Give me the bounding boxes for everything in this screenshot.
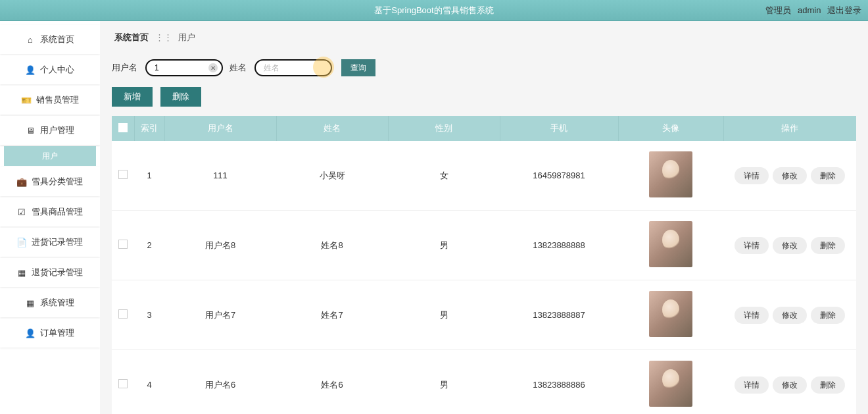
cell-username: 用户名7 bbox=[164, 280, 276, 350]
cell-phone: 13823888887 bbox=[500, 280, 618, 350]
user-name: admin bbox=[798, 5, 821, 15]
name-input[interactable] bbox=[254, 59, 332, 76]
col-name: 姓名 bbox=[276, 116, 388, 141]
row-checkbox[interactable] bbox=[118, 240, 128, 249]
name-input-wrap bbox=[254, 59, 332, 76]
avatar-image bbox=[649, 151, 692, 197]
delete-button[interactable]: 删除 bbox=[160, 87, 201, 107]
avatar-image bbox=[649, 361, 692, 407]
cell-index: 1 bbox=[134, 141, 164, 211]
table-header-row: 索引 用户名 姓名 性别 手机 头像 操作 bbox=[112, 116, 856, 141]
doc-icon: 📄 bbox=[17, 238, 26, 247]
user-table: 索引 用户名 姓名 性别 手机 头像 操作 1111小吴呀女1645987898… bbox=[112, 116, 856, 414]
edit-button[interactable]: 修改 bbox=[773, 307, 807, 324]
breadcrumb-current: 用户 bbox=[178, 32, 195, 42]
cell-name: 小吴呀 bbox=[276, 141, 388, 211]
sidebar-subitem[interactable]: 用户 bbox=[4, 146, 96, 166]
detail-button[interactable]: 详情 bbox=[735, 376, 769, 394]
username-filter-label: 用户名 bbox=[112, 62, 137, 74]
row-delete-button[interactable]: 删除 bbox=[811, 376, 845, 394]
sidebar-item-label: 系统首页 bbox=[40, 34, 74, 45]
row-checkbox[interactable] bbox=[118, 379, 128, 388]
add-button[interactable]: 新增 bbox=[112, 87, 153, 107]
filter-bar: 用户名 ✕ 姓名 查询 bbox=[112, 53, 856, 87]
row-delete-button[interactable]: 删除 bbox=[811, 167, 845, 184]
table-row: 1111小吴呀女16459878981详情修改删除 bbox=[112, 141, 856, 211]
person-icon: 👤 bbox=[26, 328, 35, 338]
cell-index: 3 bbox=[134, 280, 164, 350]
cell-gender: 女 bbox=[388, 141, 500, 211]
sidebar-item-5[interactable]: ☑雪具商品管理 bbox=[0, 197, 100, 226]
sidebar-item-7[interactable]: ▦退货记录管理 bbox=[0, 258, 100, 287]
sidebar-item-1[interactable]: 👤个人中心 bbox=[0, 55, 100, 84]
user-role: 管理员 bbox=[765, 5, 791, 15]
cell-name: 姓名8 bbox=[276, 211, 388, 280]
header-user-area: 管理员 admin 退出登录 bbox=[761, 5, 861, 16]
briefcase-icon: 💼 bbox=[17, 177, 26, 186]
sidebar-item-label: 系统管理 bbox=[40, 297, 74, 309]
sidebar: ⌂系统首页👤个人中心🎫销售员管理🖥用户管理用户💼雪具分类管理☑雪具商品管理📄进货… bbox=[0, 21, 100, 414]
cell-gender: 男 bbox=[388, 350, 500, 415]
edit-button[interactable]: 修改 bbox=[773, 376, 807, 394]
sidebar-item-8[interactable]: ▦系统管理 bbox=[0, 288, 100, 317]
cell-phone: 13823888886 bbox=[500, 350, 618, 415]
sidebar-item-label: 进货记录管理 bbox=[32, 236, 83, 248]
sidebar-item-label: 雪具商品管理 bbox=[32, 206, 83, 218]
detail-button[interactable]: 详情 bbox=[735, 237, 769, 254]
detail-button[interactable]: 详情 bbox=[735, 307, 769, 324]
main-content: 系统首页 ⋮⋮ 用户 用户名 ✕ 姓名 查询 新增 删除 bbox=[100, 21, 868, 414]
cell-index: 4 bbox=[134, 350, 164, 415]
cell-phone: 16459878981 bbox=[500, 141, 618, 211]
detail-button[interactable]: 详情 bbox=[735, 167, 769, 184]
col-ops: 操作 bbox=[723, 116, 856, 141]
edit-button[interactable]: 修改 bbox=[773, 167, 807, 184]
sidebar-item-label: 雪具分类管理 bbox=[32, 176, 83, 188]
table-row: 2用户名8姓名8男13823888888详情修改删除 bbox=[112, 211, 856, 280]
cell-username: 用户名8 bbox=[164, 211, 276, 280]
cell-gender: 男 bbox=[388, 211, 500, 280]
col-index: 索引 bbox=[134, 116, 164, 141]
cell-name: 姓名6 bbox=[276, 350, 388, 415]
sidebar-item-6[interactable]: 📄进货记录管理 bbox=[0, 228, 100, 257]
grid-icon: ▦ bbox=[26, 298, 35, 307]
cell-username: 用户名6 bbox=[164, 350, 276, 415]
ticket-icon: 🎫 bbox=[22, 95, 31, 105]
person-icon: 👤 bbox=[26, 65, 35, 74]
app-header: 基于SpringBoot的雪具销售系统 管理员 admin 退出登录 bbox=[0, 0, 868, 21]
action-bar: 新增 删除 bbox=[112, 87, 856, 107]
col-username: 用户名 bbox=[164, 116, 276, 141]
cell-name: 姓名7 bbox=[276, 280, 388, 350]
breadcrumb-root[interactable]: 系统首页 bbox=[114, 32, 149, 42]
sidebar-item-0[interactable]: ⌂系统首页 bbox=[0, 25, 100, 54]
breadcrumb: 系统首页 ⋮⋮ 用户 bbox=[112, 28, 856, 53]
select-all-checkbox[interactable] bbox=[118, 123, 128, 132]
edit-button[interactable]: 修改 bbox=[773, 237, 807, 254]
search-button[interactable]: 查询 bbox=[341, 59, 375, 76]
username-input-wrap: ✕ bbox=[145, 59, 223, 76]
row-delete-button[interactable]: 删除 bbox=[811, 237, 845, 254]
cell-gender: 男 bbox=[388, 280, 500, 350]
logout-link[interactable]: 退出登录 bbox=[827, 5, 861, 15]
col-gender: 性别 bbox=[388, 116, 500, 141]
avatar-image bbox=[649, 221, 692, 267]
sidebar-item-4[interactable]: 💼雪具分类管理 bbox=[0, 167, 100, 196]
app-title: 基于SpringBoot的雪具销售系统 bbox=[374, 5, 493, 16]
sidebar-item-label: 销售员管理 bbox=[36, 94, 79, 106]
sidebar-item-2[interactable]: 🎫销售员管理 bbox=[0, 86, 100, 115]
cell-phone: 13823888888 bbox=[500, 211, 618, 280]
breadcrumb-separator: ⋮⋮ bbox=[155, 32, 172, 42]
row-checkbox[interactable] bbox=[118, 309, 128, 319]
sidebar-item-9[interactable]: 👤订单管理 bbox=[0, 319, 100, 348]
sidebar-item-label: 个人中心 bbox=[40, 64, 74, 76]
cell-username: 111 bbox=[164, 141, 276, 211]
clear-username-icon[interactable]: ✕ bbox=[208, 63, 218, 72]
sidebar-item-label: 退货记录管理 bbox=[32, 267, 83, 278]
grid-icon: ▦ bbox=[17, 268, 26, 277]
row-delete-button[interactable]: 删除 bbox=[811, 307, 845, 324]
table-row: 4用户名6姓名6男13823888886详情修改删除 bbox=[112, 350, 856, 415]
sidebar-item-3[interactable]: 🖥用户管理 bbox=[0, 116, 100, 145]
name-filter-label: 姓名 bbox=[229, 62, 247, 74]
sidebar-item-label: 订单管理 bbox=[40, 327, 74, 339]
row-checkbox[interactable] bbox=[118, 170, 128, 179]
col-avatar: 头像 bbox=[618, 116, 723, 141]
